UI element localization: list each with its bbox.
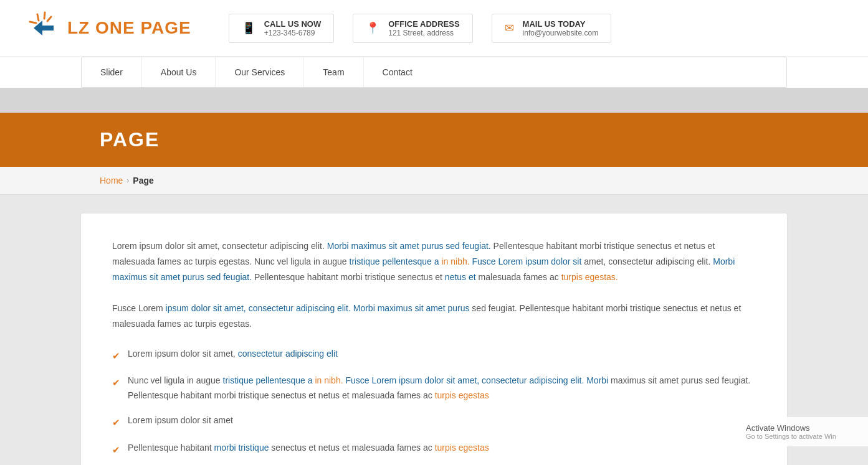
checklist: ✔ Lorem ipsum dolor sit amet, consectetu… [112,347,756,458]
breadcrumb-inner: Home › Page [100,176,768,186]
svg-line-2 [47,17,51,21]
nav-team[interactable]: Team [304,57,363,87]
nav-slider[interactable]: Slider [82,57,142,87]
nav-contact[interactable]: Contact [364,57,431,87]
check-item-3: ✔ Lorem ipsum dolor sit amet [112,413,756,431]
address-details: OFFICE ADDRESS 121 Street, address [388,19,459,37]
gray-band [0,88,868,113]
mail-details: MAIL US TODAY info@yourwebsite.com [523,19,599,37]
address-title: OFFICE ADDRESS [388,19,459,29]
mail-icon: ✉ [505,21,514,35]
paragraph-1: Lorem ipsum dolor sit amet, consectetur … [112,238,756,286]
check-item-1: ✔ Lorem ipsum dolor sit amet, consectetu… [112,347,756,364]
paragraph-2: Fusce Lorem ipsum dolor sit amet, consec… [112,301,756,332]
breadcrumb-home[interactable]: Home [100,176,123,186]
mail-sub: info@yourwebsite.com [523,29,599,37]
checkmark-icon-3: ✔ [112,415,120,431]
page-banner: PAGE [0,113,868,167]
content-card: Lorem ipsum dolor sit amet, consectetur … [81,214,787,465]
nav-wrapper: Slider About Us Our Services Team Contac… [0,57,868,88]
svg-line-1 [44,12,45,19]
call-sub: +123-345-6789 [264,29,321,37]
breadcrumb: Home › Page [0,167,868,195]
svg-line-0 [37,14,39,21]
phone-icon: 📱 [242,21,255,35]
check-text-2: Nunc vel ligula in augue tristique pelle… [128,373,756,403]
call-details: CALL US NOW +123-345-6789 [264,19,321,37]
call-title: CALL US NOW [264,19,321,29]
contact-address: 📍 OFFICE ADDRESS 121 Street, address [353,14,472,43]
page-banner-title: PAGE [100,128,768,151]
checkmark-icon-1: ✔ [112,348,120,364]
check-text-1: Lorem ipsum dolor sit amet, consectetur … [128,347,338,362]
breadcrumb-separator: › [126,176,129,185]
main-area: Lorem ipsum dolor sit amet, consectetur … [0,195,868,465]
contact-info: 📱 CALL US NOW +123-345-6789 📍 OFFICE ADD… [229,14,611,43]
logo: LZ ONE PAGE [25,9,191,47]
nav-bar: Slider About Us Our Services Team Contac… [81,57,787,88]
mail-title: MAIL US TODAY [523,19,599,29]
check-item-2: ✔ Nunc vel ligula in augue tristique pel… [112,373,756,403]
logo-icon [25,9,62,47]
checkmark-icon-4: ✔ [112,442,120,458]
breadcrumb-current: Page [133,176,153,186]
nav-services[interactable]: Our Services [216,57,304,87]
check-text-4: Pellentesque habitant morbi tristique se… [128,441,489,456]
location-icon: 📍 [366,21,379,35]
contact-call: 📱 CALL US NOW +123-345-6789 [229,14,334,43]
header: LZ ONE PAGE 📱 CALL US NOW +123-345-6789 … [0,0,868,57]
address-sub: 121 Street, address [388,29,459,37]
check-item-4: ✔ Pellentesque habitant morbi tristique … [112,441,756,458]
svg-line-3 [30,22,36,23]
logo-text: LZ ONE PAGE [67,18,191,38]
check-text-3: Lorem ipsum dolor sit amet [128,413,233,428]
checkmark-icon-2: ✔ [112,375,120,391]
contact-mail: ✉ MAIL US TODAY info@yourwebsite.com [492,14,612,43]
nav-about[interactable]: About Us [142,57,216,87]
